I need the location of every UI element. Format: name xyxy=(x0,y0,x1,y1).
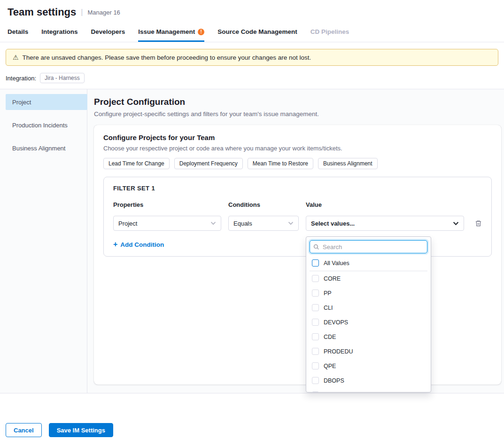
delete-condition-button[interactable] xyxy=(475,220,482,227)
unsaved-changes-badge: ! xyxy=(198,29,204,35)
sidebar-item-label: Project xyxy=(12,99,31,106)
properties-select-value: Project xyxy=(118,220,137,227)
tab-label: Developers xyxy=(91,28,125,35)
settings-sidebar: Project Production Incidents Business Al… xyxy=(0,89,87,393)
tab-label: Source Code Management xyxy=(217,28,297,35)
chevron-down-icon xyxy=(210,221,216,225)
dropdown-option-core[interactable]: CORE xyxy=(310,271,427,286)
option-label: ITOPSTAI xyxy=(324,392,350,393)
team-settings-page: Team settings | Manager 16 Details Integ… xyxy=(0,0,504,447)
properties-label: Properties xyxy=(113,201,221,208)
chevron-down-icon xyxy=(453,221,459,226)
conditions-label: Conditions xyxy=(228,201,299,208)
tab-integrations[interactable]: Integrations xyxy=(41,22,78,42)
option-checkbox[interactable] xyxy=(312,333,319,340)
footer-bar: Cancel Save IM Settings xyxy=(0,393,504,443)
team-name: Manager 16 xyxy=(87,9,120,16)
dropdown-option-qpe[interactable]: QPE xyxy=(310,359,427,373)
plus-icon: + xyxy=(113,240,117,249)
option-checkbox[interactable] xyxy=(312,348,319,355)
tab-cd-pipelines: CD Pipelines xyxy=(310,22,349,42)
chevron-down-icon xyxy=(288,221,294,225)
tab-bar: Details Integrations Developers Issue Ma… xyxy=(0,22,504,42)
all-values-option[interactable]: All Values xyxy=(310,255,427,271)
option-label: DEVOPS xyxy=(324,319,348,326)
filter-set-1: FILTER SET 1 Properties Conditions Value… xyxy=(103,177,492,257)
value-select-placeholder: Select values... xyxy=(311,220,355,227)
conditions-select[interactable]: Equals xyxy=(228,216,299,231)
option-label: QPE xyxy=(324,363,336,369)
sidebar-item-project[interactable]: Project xyxy=(6,94,87,110)
tab-label: Details xyxy=(8,28,28,35)
search-icon xyxy=(313,244,319,250)
unsaved-changes-banner: ⚠ There are unsaved changes. Please save… xyxy=(6,49,498,66)
all-values-label: All Values xyxy=(324,260,349,267)
save-im-settings-button[interactable]: Save IM Settings xyxy=(49,423,113,437)
option-label: PP xyxy=(324,290,332,297)
tab-label: Issue Management xyxy=(138,28,195,35)
option-checkbox[interactable] xyxy=(312,304,319,311)
add-condition-button[interactable]: + Add Condition xyxy=(113,240,164,249)
content-area: Project Production Incidents Business Al… xyxy=(0,89,504,393)
add-condition-label: Add Condition xyxy=(120,241,164,248)
option-checkbox[interactable] xyxy=(312,275,319,282)
sidebar-item-label: Production Incidents xyxy=(12,122,68,129)
section-subtitle: Configure project-specific settings and … xyxy=(94,110,501,118)
properties-select[interactable]: Project xyxy=(113,216,221,231)
option-label: DBOPS xyxy=(324,377,344,384)
tag-lead-time-for-change[interactable]: Lead Time for Change xyxy=(103,158,170,169)
tab-details[interactable]: Details xyxy=(8,22,28,42)
cancel-button[interactable]: Cancel xyxy=(6,423,42,437)
warning-icon: ⚠ xyxy=(13,54,19,61)
all-values-checkbox[interactable] xyxy=(312,259,319,267)
value-dropdown-panel: All Values CORE PP xyxy=(306,236,431,392)
card-title: Configure Projects for your Team xyxy=(103,133,492,141)
filter-condition-row: Project Equals Select values... xyxy=(113,216,482,231)
tab-source-code-management[interactable]: Source Code Management xyxy=(217,22,297,42)
value-select[interactable]: Select values... xyxy=(306,216,464,231)
metric-tags: Lead Time for Change Deployment Frequenc… xyxy=(103,158,492,169)
option-checkbox[interactable] xyxy=(312,319,319,326)
option-checkbox[interactable] xyxy=(312,377,319,384)
tab-label: Integrations xyxy=(41,28,78,35)
page-header: Team settings | Manager 16 xyxy=(0,0,504,22)
filter-set-title: FILTER SET 1 xyxy=(113,185,482,192)
dropdown-option-cli[interactable]: CLI xyxy=(310,300,427,315)
title-divider: | xyxy=(81,8,83,16)
integration-row: Integration: Jira - Harness xyxy=(6,73,504,89)
dropdown-search xyxy=(310,240,427,253)
value-select-wrap: Select values... xyxy=(306,216,464,231)
option-label: CLI xyxy=(324,305,333,311)
filter-column-labels: Properties Conditions Value xyxy=(113,201,482,208)
sidebar-item-production-incidents[interactable]: Production Incidents xyxy=(6,117,87,133)
configure-projects-card: Configure Projects for your Team Choose … xyxy=(94,125,501,384)
option-label: CORE xyxy=(324,275,341,282)
option-checkbox[interactable] xyxy=(312,362,319,369)
tab-issue-management[interactable]: Issue Management ! xyxy=(138,22,204,42)
tab-label: CD Pipelines xyxy=(310,28,349,35)
dropdown-option-devops[interactable]: DEVOPS xyxy=(310,315,427,329)
dropdown-option-prodedu[interactable]: PRODEDU xyxy=(310,344,427,359)
tag-deployment-frequency[interactable]: Deployment Frequency xyxy=(174,158,243,169)
option-label: CDE xyxy=(324,334,336,340)
tag-mean-time-to-restore[interactable]: Mean Time to Restore xyxy=(248,158,313,169)
dropdown-option-dbops[interactable]: DBOPS xyxy=(310,373,427,388)
sidebar-item-business-alignment[interactable]: Business Alignment xyxy=(6,140,87,156)
conditions-select-value: Equals xyxy=(233,220,252,227)
main-panel: Project Configuration Configure project-… xyxy=(87,89,504,393)
option-checkbox[interactable] xyxy=(312,290,319,297)
option-checkbox[interactable] xyxy=(312,392,319,392)
page-title: Team settings xyxy=(8,6,76,18)
section-title: Project Configuration xyxy=(94,97,501,107)
integration-label: Integration: xyxy=(6,75,36,82)
card-subtitle: Choose your respective project or code a… xyxy=(103,145,492,152)
integration-chip[interactable]: Jira - Harness xyxy=(40,73,85,83)
dropdown-option-itopstai[interactable]: ITOPSTAI xyxy=(310,388,427,392)
dropdown-option-cde[interactable]: CDE xyxy=(310,329,427,344)
tag-business-alignment[interactable]: Business Alignment xyxy=(318,158,378,169)
tab-developers[interactable]: Developers xyxy=(91,22,125,42)
dropdown-search-input[interactable] xyxy=(310,240,427,253)
option-label: PRODEDU xyxy=(324,348,353,355)
dropdown-option-pp[interactable]: PP xyxy=(310,286,427,300)
value-label: Value xyxy=(306,201,464,208)
